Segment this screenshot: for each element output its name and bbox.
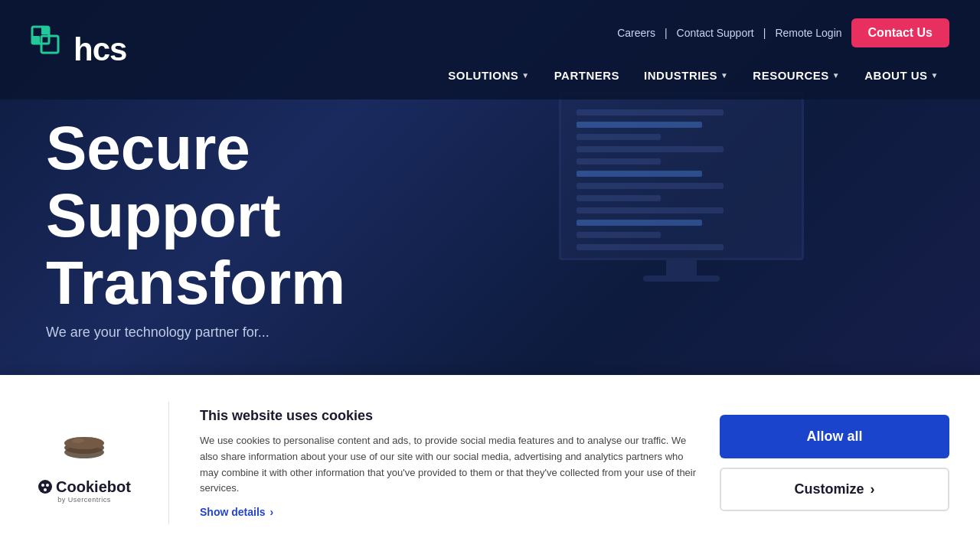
- hcs-icon: [31, 25, 67, 74]
- svg-point-10: [41, 484, 44, 487]
- nav-resources[interactable]: RESOURCES ▼: [742, 63, 851, 88]
- logo[interactable]: hcs: [31, 25, 126, 74]
- allow-all-button[interactable]: Allow all: [720, 415, 949, 458]
- hero-title: Secure Support Transform: [46, 115, 345, 317]
- svg-rect-3: [32, 36, 40, 44]
- chevron-down-icon: ▼: [720, 71, 728, 80]
- right-nav: Careers | Contact Support | Remote Login…: [437, 12, 949, 88]
- cookie-logo-area: Cookiebot by Usercentrics: [31, 423, 153, 504]
- chevron-down-icon: ▼: [521, 71, 529, 80]
- cookie-icon: [61, 423, 107, 463]
- cookie-buttons: Allow all Customize ›: [720, 415, 949, 511]
- cookie-banner: Cookiebot by Usercentrics This website u…: [0, 375, 980, 551]
- chevron-down-icon: ▼: [931, 71, 939, 80]
- cookie-title: This website uses cookies: [200, 408, 704, 424]
- svg-rect-2: [41, 27, 49, 34]
- nav-solutions[interactable]: SOLUTIONS ▼: [437, 63, 540, 88]
- chevron-right-icon: ›: [270, 506, 274, 518]
- nav-about-us[interactable]: ABOUT US ▼: [854, 63, 949, 88]
- chevron-down-icon: ▼: [832, 71, 840, 80]
- svg-point-11: [46, 484, 49, 487]
- svg-point-8: [72, 439, 84, 443]
- contact-support-link[interactable]: Contact Support: [671, 27, 760, 39]
- hero-content: Secure Support Transform We are your tec…: [46, 115, 345, 341]
- cookiebot-logo: Cookiebot by Usercentrics: [38, 478, 131, 504]
- top-navbar: hcs Careers | Contact Support | Remote L…: [0, 0, 980, 99]
- svg-point-9: [38, 480, 52, 494]
- monitor-decoration: [536, 92, 827, 306]
- show-details-link[interactable]: Show details ›: [200, 506, 704, 518]
- cookie-body: We use cookies to personalise content an…: [200, 433, 704, 497]
- customize-button[interactable]: Customize ›: [720, 468, 949, 511]
- contact-us-button[interactable]: Contact Us: [851, 18, 949, 47]
- careers-link[interactable]: Careers: [611, 27, 662, 39]
- chevron-right-icon: ›: [871, 481, 875, 497]
- logo-text: hcs: [74, 31, 126, 68]
- nav-industries[interactable]: INDUSTRIES ▼: [633, 63, 739, 88]
- cookie-divider: [168, 402, 169, 524]
- svg-point-7: [64, 437, 104, 449]
- nav-partners[interactable]: PARTNERS: [544, 63, 630, 88]
- hero-subtitle: We are your technology partner for...: [46, 324, 345, 341]
- utility-links: Careers | Contact Support | Remote Login…: [611, 18, 949, 47]
- svg-point-12: [44, 488, 47, 491]
- cookie-content: This website uses cookies We use cookies…: [185, 408, 720, 518]
- cookiebot-brand: Cookiebot: [56, 478, 131, 496]
- cookiebot-sub: by Usercentrics: [57, 496, 111, 504]
- remote-login-link[interactable]: Remote Login: [769, 27, 848, 39]
- main-navigation: SOLUTIONS ▼ PARTNERS INDUSTRIES ▼ RESOUR…: [437, 63, 949, 88]
